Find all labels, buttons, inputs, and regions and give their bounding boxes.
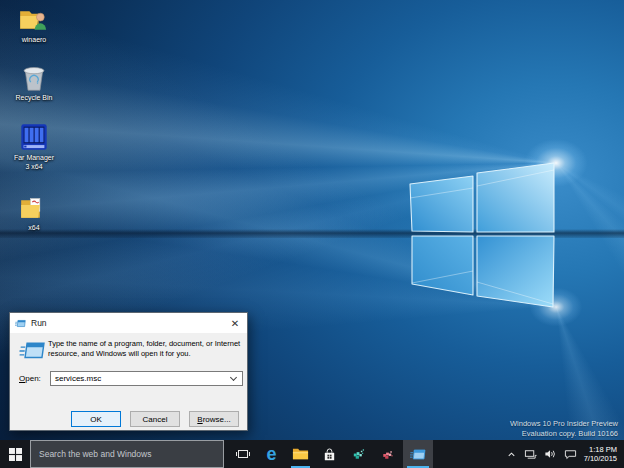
run-taskbar-button[interactable]: [403, 440, 433, 468]
open-label: Open:: [19, 374, 41, 383]
watermark-line1: Windows 10 Pro Insider Preview: [510, 419, 618, 429]
search-placeholder: Search the web and Windows: [39, 449, 151, 459]
file-explorer-icon: [292, 447, 309, 461]
edge-icon: e: [266, 445, 276, 463]
store-button[interactable]: [316, 440, 343, 468]
action-center-icon[interactable]: [564, 448, 577, 460]
taskbar-search-box[interactable]: Search the web and Windows: [30, 440, 224, 468]
desktop-icon-label: Far Manager 3 x64: [5, 154, 63, 171]
volume-icon[interactable]: [544, 448, 557, 460]
run-window-icon: [410, 448, 426, 461]
task-view-button[interactable]: [229, 440, 256, 468]
run-icon-large: [19, 340, 45, 362]
watermark: Windows 10 Pro Insider Preview Evaluatio…: [510, 419, 618, 438]
watermark-line2: Evaluation copy. Build 10166: [510, 429, 618, 439]
system-tray: 1:18 PM 7/10/2015: [506, 440, 624, 468]
run-icon: [15, 319, 26, 328]
pixel-app-green-icon: [351, 447, 366, 462]
taskbar: Search the web and Windows e: [0, 440, 624, 468]
folder-icon: [20, 196, 48, 222]
chevron-down-icon[interactable]: [230, 374, 237, 381]
edge-browser-button[interactable]: e: [258, 440, 285, 468]
desktop-icon-far-manager[interactable]: Far Manager 3 x64: [5, 122, 63, 171]
run-dialog-buttons: OK Cancel Browse...: [71, 411, 239, 427]
open-combobox-value[interactable]: services.msc: [51, 374, 231, 383]
screen: winaero Recycle Bin Far: [0, 0, 624, 468]
app-button-red[interactable]: [374, 440, 401, 468]
pixel-app-red-icon: [380, 447, 395, 462]
desktop-icon-x64[interactable]: x64: [5, 196, 63, 233]
desktop-icon-winaero[interactable]: winaero: [5, 6, 63, 45]
start-button[interactable]: [0, 440, 30, 468]
run-dialog-title: Run: [31, 318, 47, 328]
run-dialog: Run ✕ Type the name of a program, folder…: [9, 312, 248, 431]
run-dialog-titlebar[interactable]: Run ✕: [10, 313, 247, 333]
app-button-green[interactable]: [345, 440, 372, 468]
ok-button[interactable]: OK: [71, 411, 121, 427]
windows-logo: [405, 158, 557, 310]
task-view-icon: [235, 447, 251, 461]
run-dialog-body: Type the name of a program, folder, docu…: [10, 333, 247, 431]
chevron-up-icon[interactable]: [506, 449, 517, 460]
user-folder-icon: [19, 6, 49, 34]
open-combobox[interactable]: services.msc: [50, 371, 243, 386]
network-icon[interactable]: [524, 448, 537, 460]
clock-time: 1:18 PM: [584, 445, 617, 454]
clock-date: 7/10/2015: [584, 454, 617, 463]
desktop-icon-label: Recycle Bin: [5, 94, 63, 103]
recycle-bin-icon: [20, 62, 48, 92]
windows-flag-icon: [9, 448, 22, 461]
store-icon: [322, 447, 337, 462]
file-explorer-button[interactable]: [287, 440, 314, 468]
far-manager-icon: [19, 122, 49, 152]
close-icon[interactable]: ✕: [228, 318, 242, 329]
desktop-icon-label: x64: [5, 224, 63, 233]
browse-button[interactable]: Browse...: [189, 411, 239, 427]
run-dialog-description: Type the name of a program, folder, docu…: [48, 339, 243, 358]
desktop-icon-recycle-bin[interactable]: Recycle Bin: [5, 62, 63, 103]
cancel-button[interactable]: Cancel: [130, 411, 180, 427]
desktop-icon-label: winaero: [5, 36, 63, 45]
taskbar-clock[interactable]: 1:18 PM 7/10/2015: [584, 445, 617, 463]
